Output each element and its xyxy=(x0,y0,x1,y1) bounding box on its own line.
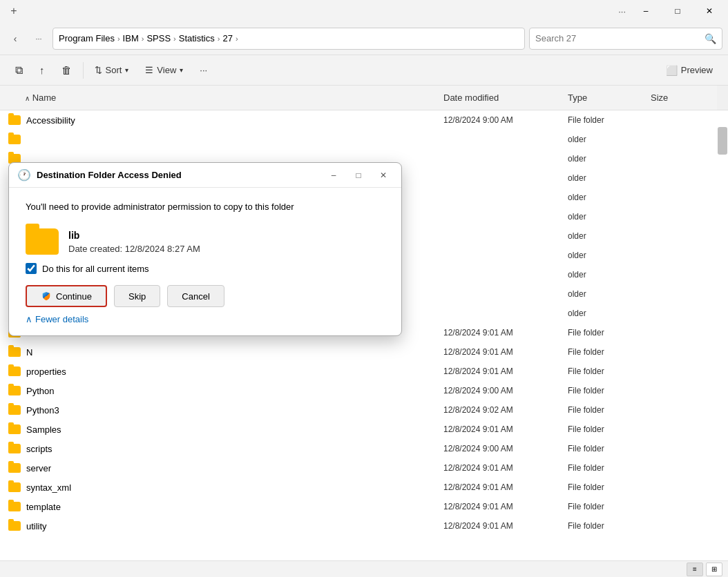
big-folder-icon xyxy=(26,228,59,255)
access-denied-dialog: 🕐 Destination Folder Access Denied – □ ✕… xyxy=(8,162,402,336)
dialog-body: You'll need to provide administrator per… xyxy=(9,188,401,335)
dialog-message: You'll need to provide administrator per… xyxy=(26,202,385,212)
dialog-minimize-button[interactable]: – xyxy=(324,167,343,184)
continue-label: Continue xyxy=(56,291,92,302)
dialog-overlay: 🕐 Destination Folder Access Denied – □ ✕… xyxy=(0,0,728,577)
do-this-all-checkbox[interactable] xyxy=(26,263,37,274)
dialog-close-button[interactable]: ✕ xyxy=(374,167,393,184)
skip-label: Skip xyxy=(128,291,146,302)
chevron-up-icon: ∧ xyxy=(26,314,32,324)
continue-button[interactable]: Continue xyxy=(26,285,107,307)
checkbox-label[interactable]: Do this for all current items xyxy=(42,264,149,274)
dialog-file-info: lib Date created: 12/8/2024 8:27 AM xyxy=(26,223,385,263)
shield-icon xyxy=(41,291,52,302)
checkbox-row: Do this for all current items xyxy=(26,263,385,274)
dialog-title-bar: 🕐 Destination Folder Access Denied – □ ✕ xyxy=(9,163,401,188)
dialog-message-text: You'll need to provide administrator per… xyxy=(26,202,294,212)
folder-date-label: Date created: 12/8/2024 8:27 AM xyxy=(68,244,200,254)
fewer-details-button[interactable]: ∧ Fewer details xyxy=(26,310,385,324)
folder-name-label: lib xyxy=(68,230,200,241)
fewer-details-label: Fewer details xyxy=(35,314,88,324)
dialog-title-text: Destination Folder Access Denied xyxy=(37,170,318,180)
skip-button[interactable]: Skip xyxy=(114,285,160,307)
dialog-restore-button[interactable]: □ xyxy=(349,167,368,184)
file-details: lib Date created: 12/8/2024 8:27 AM xyxy=(68,230,200,254)
cancel-label: Cancel xyxy=(182,291,209,302)
cancel-button[interactable]: Cancel xyxy=(167,285,224,307)
dialog-buttons: Continue Skip Cancel xyxy=(26,285,385,307)
dialog-title-icon: 🕐 xyxy=(17,168,31,182)
